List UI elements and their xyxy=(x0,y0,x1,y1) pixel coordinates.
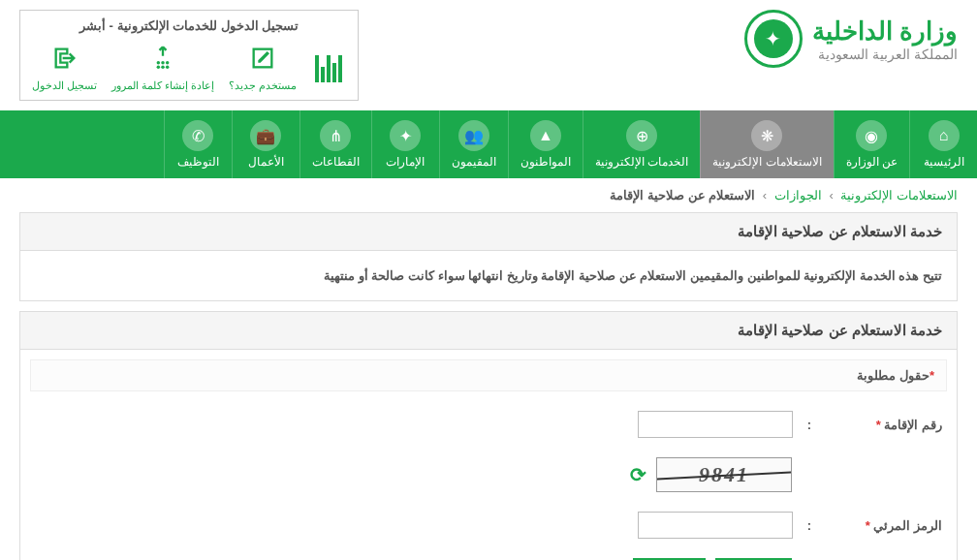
nav-label: عن الوزارة xyxy=(846,155,898,169)
nav-item-emirates[interactable]: ✦الإمارات xyxy=(371,110,439,178)
captcha-input[interactable] xyxy=(638,512,793,539)
nav-label: الأعمال xyxy=(248,155,284,169)
svg-point-5 xyxy=(161,66,165,70)
residents-icon: 👥 xyxy=(458,120,489,151)
svg-point-2 xyxy=(161,61,165,65)
nav-label: المواطنون xyxy=(520,155,571,169)
citizen-icon: ▲ xyxy=(530,120,561,151)
emirates-icon: ✦ xyxy=(390,120,421,151)
ministry-logo: وزارة الداخلية المملكة العربية السعودية xyxy=(744,10,958,68)
home-icon: ⌂ xyxy=(929,120,960,151)
service-info-panel: خدمة الاستعلام عن صلاحية الإقامة تتيح هذ… xyxy=(19,212,958,301)
form-title: خدمة الاستعلام عن صلاحية الإقامة xyxy=(20,312,957,350)
captcha-image: 9841 xyxy=(656,457,792,492)
breadcrumb: الاستعلامات الإلكترونية › الجوازات › الا… xyxy=(0,178,977,212)
nav-item-globe[interactable]: ⊕الخدمات الإلكترونية xyxy=(583,110,700,178)
nav-label: الاستعلامات الإلكترونية xyxy=(712,155,821,169)
nav-item-jobs[interactable]: ✆التوظيف xyxy=(164,110,232,178)
emblem-icon xyxy=(744,10,803,68)
globe-icon: ⊕ xyxy=(626,120,657,151)
breadcrumb-current: الاستعلام عن صلاحية الإقامة xyxy=(610,188,755,202)
svg-point-4 xyxy=(157,66,161,70)
required-fields-note: *حقول مطلوبة xyxy=(30,359,947,391)
business-icon: 💼 xyxy=(250,120,281,151)
iqama-number-label: رقم الإقامة * xyxy=(826,418,942,432)
nav-item-inquiry[interactable]: ❋الاستعلامات الإلكترونية xyxy=(700,110,833,178)
service-description: تتيح هذه الخدمة الإلكترونية للمواطنين وا… xyxy=(20,251,957,300)
nav-item-citizen[interactable]: ▲المواطنون xyxy=(508,110,583,178)
emblem-icon: ◉ xyxy=(856,120,887,151)
nav-label: المقيمون xyxy=(452,155,496,169)
touch-icon xyxy=(145,41,180,76)
reset-password-link[interactable]: إعادة إنشاء كلمة المرور xyxy=(111,41,214,92)
login-link[interactable]: تسجيل الدخول xyxy=(32,41,97,92)
svg-point-6 xyxy=(166,66,170,70)
captcha-label: الرمز المرئي * xyxy=(826,518,942,533)
nav-label: الرئيسية xyxy=(924,155,964,169)
logo-subtitle: المملكة العربية السعودية xyxy=(812,47,958,62)
service-title: خدمة الاستعلام عن صلاحية الإقامة xyxy=(20,213,957,251)
breadcrumb-link-passports[interactable]: الجوازات xyxy=(774,188,822,202)
iqama-number-input[interactable] xyxy=(638,411,793,438)
nav-label: القطاعات xyxy=(312,155,360,169)
svg-point-3 xyxy=(166,61,170,65)
nav-label: الإمارات xyxy=(386,155,425,169)
main-nav: ⌂الرئيسية◉عن الوزارة❋الاستعلامات الإلكتر… xyxy=(0,110,977,178)
absher-logo-icon xyxy=(311,47,346,86)
jobs-icon: ✆ xyxy=(182,120,213,151)
svg-point-1 xyxy=(157,61,161,65)
absher-title: تسجيل الدخول للخدمات الإلكترونية - أبشر xyxy=(32,18,346,33)
nav-item-sectors[interactable]: ⋔القطاعات xyxy=(299,110,371,178)
inquiry-form-panel: خدمة الاستعلام عن صلاحية الإقامة *حقول م… xyxy=(19,311,958,560)
nav-item-home[interactable]: ⌂الرئيسية xyxy=(909,110,977,178)
logo-title: وزارة الداخلية xyxy=(812,16,958,47)
breadcrumb-link-inquiries[interactable]: الاستعلامات الإلكترونية xyxy=(840,188,958,202)
absher-login-box: تسجيل الدخول للخدمات الإلكترونية - أبشر xyxy=(19,10,359,101)
nav-label: التوظيف xyxy=(177,155,219,169)
new-user-link[interactable]: مستخدم جديد؟ xyxy=(229,41,297,92)
nav-item-residents[interactable]: 👥المقيمون xyxy=(439,110,508,178)
nav-item-business[interactable]: 💼الأعمال xyxy=(232,110,299,178)
login-icon xyxy=(47,41,82,76)
nav-item-emblem[interactable]: ◉عن الوزارة xyxy=(834,110,909,178)
sectors-icon: ⋔ xyxy=(320,120,351,151)
edit-icon xyxy=(245,41,280,76)
nav-label: الخدمات الإلكترونية xyxy=(595,155,688,169)
refresh-captcha-icon[interactable]: ⟳ xyxy=(630,463,646,486)
inquiry-icon: ❋ xyxy=(751,120,782,151)
